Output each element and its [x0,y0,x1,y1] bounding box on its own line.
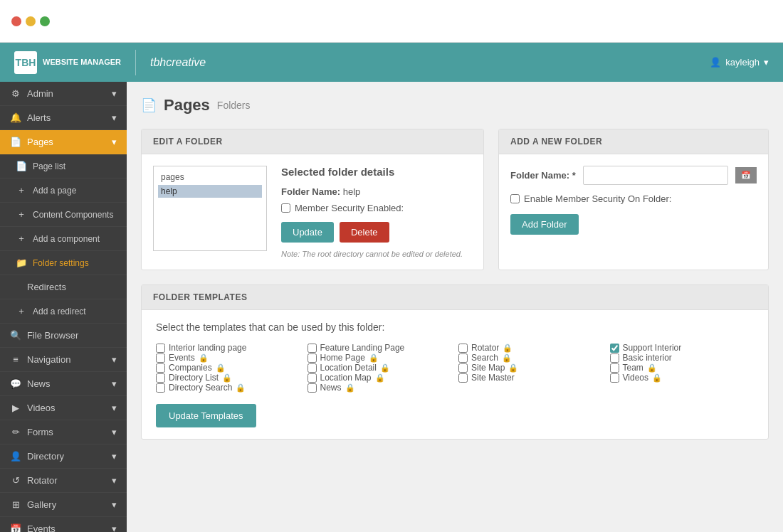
video-icon: ▶ [10,403,21,413]
security-checkbox[interactable] [510,194,520,203]
sidebar-item-videos[interactable]: ▶ Videos ▾ [0,396,127,420]
sidebar-item-redirects[interactable]: Redirects [0,275,127,299]
page-icon: 📄 [10,137,21,147]
sidebar-item-file-browser[interactable]: 🔍 File Browser [0,324,127,348]
template-checkbox-videos[interactable] [610,373,619,383]
sidebar-item-folder-settings[interactable]: 📁 Folder settings [0,251,127,275]
template-label-events: Events [169,353,195,363]
logo-subtitle: WEBSITE MANAGER [43,58,121,67]
user-menu[interactable]: 👤 kayleigh ▾ [710,57,769,68]
folder-tree-item-help[interactable]: help [158,185,262,198]
sidebar-item-navigation[interactable]: ≡ Navigation ▾ [0,348,127,372]
sidebar-item-add-redirect[interactable]: + Add a redirect [0,299,127,324]
bell-icon: 🔔 [10,112,21,123]
sidebar-item-rotator[interactable]: ↺ Rotator ▾ [0,469,127,493]
folder-tree-item-pages[interactable]: pages [158,171,262,183]
sidebar-item-forms[interactable]: ✏ Forms ▾ [0,420,127,445]
template-checkbox-site-map[interactable] [458,363,468,373]
sidebar-item-alerts[interactable]: 🔔 Alerts ▾ [0,106,127,130]
sidebar: ⚙ Admin ▾ 🔔 Alerts ▾ 📄 Pages ▾ 📄 Page li… [0,82,127,532]
sidebar-label-add-redirect: Add a redirect [33,307,86,316]
update-button[interactable]: Update [281,222,334,243]
member-security-checkbox[interactable] [281,203,290,213]
folder-tree-box[interactable]: pages help [153,166,267,251]
template-checkbox-events[interactable] [156,353,165,363]
sidebar-label-redirects: Redirects [27,282,66,292]
sidebar-label-admin: Admin [27,88,53,99]
template-checkbox-location-detail[interactable] [308,363,317,373]
template-col-2: Rotator 🔒 Search 🔒 Site Map 🔒 [458,343,603,393]
forms-icon: ✏ [10,427,21,437]
edit-folder-header: EDIT A FOLDER [142,129,483,154]
template-checkbox-companies[interactable] [156,363,165,373]
template-feature-landing: Feature Landing Page [308,343,452,353]
chevron-icon: ▾ [112,451,117,462]
sidebar-item-pages[interactable]: 📄 Pages ▾ [0,130,127,154]
template-checkbox-site-master[interactable] [458,373,468,383]
folder-details: Selected folder details Folder Name: hel… [281,166,472,258]
edit-folder-body: pages help Selected folder details Folde… [142,154,483,270]
template-checkbox-directory-search[interactable] [156,383,165,393]
template-interior-landing: Interior landing page [156,343,300,353]
close-button[interactable] [11,16,21,26]
chevron-icon: ▾ [112,499,117,510]
news-icon: 💬 [10,378,21,389]
chevron-icon: ▾ [112,137,117,147]
template-checkbox-home-page[interactable] [308,353,317,363]
sidebar-item-add-page[interactable]: + Add a page [0,179,127,203]
sidebar-item-gallery[interactable]: ⊞ Gallery ▾ [0,493,127,517]
template-label-support-interior: Support Interior [623,343,682,353]
add-folder-name-label: Folder Name: * [510,170,576,181]
security-label: Enable Member Security On Folder: [524,193,671,204]
template-checkbox-feature-landing[interactable] [308,344,317,353]
calendar-button[interactable]: 📅 [735,167,757,183]
template-checkbox-news[interactable] [308,383,317,393]
template-companies: Companies 🔒 [156,363,300,373]
template-news: News 🔒 [308,383,452,393]
edit-folder-inner: pages help Selected folder details Folde… [153,166,472,258]
chevron-icon: ▾ [112,88,117,99]
template-checkbox-search[interactable] [458,353,468,363]
maximize-button[interactable] [40,16,50,26]
template-site-master: Site Master [458,373,603,383]
logo: TBH WEBSITE MANAGER [14,51,121,74]
minimize-button[interactable] [26,16,36,26]
chevron-down-icon: ▾ [764,57,769,68]
folder-name-detail: Folder Name: help [281,186,472,197]
sidebar-item-page-list[interactable]: 📄 Page list [0,154,127,179]
lock-icon: 🔒 [647,363,657,373]
template-checkbox-rotator[interactable] [458,344,468,353]
lock-icon: 🔒 [199,353,209,363]
sidebar-item-content-components[interactable]: + Content Components [0,203,127,227]
template-checkbox-location-map[interactable] [308,373,317,383]
template-checkbox-basic-interior[interactable] [610,353,619,363]
sidebar-item-add-component[interactable]: + Add a component [0,227,127,251]
chevron-icon: ▾ [112,475,117,486]
update-templates-button[interactable]: Update Templates [156,404,256,427]
template-checkbox-team[interactable] [610,363,619,373]
chevron-icon: ▾ [112,523,117,532]
template-checkbox-directory-list[interactable] [156,373,165,383]
templates-body: Select the templates that can be used by… [142,310,768,439]
template-events: Events 🔒 [156,353,300,363]
sidebar-item-news[interactable]: 💬 News ▾ [0,372,127,396]
plus-icon: + [16,185,27,196]
list-icon: 📄 [16,161,27,171]
sidebar-item-events[interactable]: 📅 Events ▾ [0,517,127,532]
template-checkbox-interior-landing[interactable] [156,344,165,353]
template-label-team: Team [623,363,643,373]
templates-grid: Interior landing page Events 🔒 Companies… [156,343,754,393]
template-checkbox-support-interior[interactable] [610,344,619,353]
template-home-page: Home Page 🔒 [308,353,452,363]
lock-icon: 🔒 [375,373,385,383]
chevron-icon: ▾ [112,403,117,413]
delete-button[interactable]: Delete [340,222,389,243]
folder-name-input[interactable] [583,166,728,185]
plus-icon: + [16,233,27,244]
sidebar-item-admin[interactable]: ⚙ Admin ▾ [0,82,127,106]
sidebar-item-directory[interactable]: 👤 Directory ▾ [0,445,127,469]
template-basic-interior: Basic interior [610,353,755,363]
add-folder-header: ADD A NEW FOLDER [499,129,768,154]
plus-icon: + [16,209,27,220]
add-folder-button[interactable]: Add Folder [510,214,579,235]
